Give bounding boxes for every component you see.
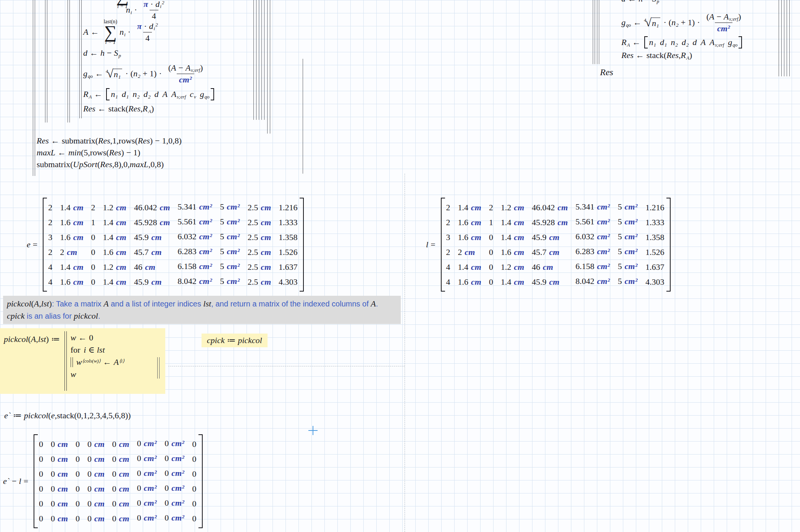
matrix-l-region[interactable]: l= 21.4cm21.2cm46.042cm5.341cm25cm21.216… — [426, 198, 671, 292]
matrix-cell: 1.216 — [279, 200, 298, 215]
matrix-cell: 0cm — [112, 511, 137, 526]
matrix-cell: 5cm2 — [618, 200, 645, 215]
matrix-diff-region[interactable]: e`−l= 00cm00cm0cm0cm20cm2000cm00cm0cm0cm… — [3, 434, 203, 528]
math-operator: · — [128, 27, 131, 37]
matrix-value: 46 — [134, 262, 142, 272]
page-break-vertical — [405, 174, 405, 532]
matrix-unit: cm — [94, 499, 105, 508]
matrix-cell: 1.216 — [645, 200, 665, 215]
matrix-value: 5.341 — [177, 202, 197, 211]
expression-res-stack[interactable]: Res←stack(Res, RA) — [83, 102, 154, 115]
expression-submatrix-upsort[interactable]: submatrix(UpSort(Res, 8), 0, maxL, 0, 8) — [37, 160, 182, 169]
matrix-value: 6.032 — [576, 232, 595, 241]
result-program-region[interactable]: Res←submatrix(Res, 1, rows(Res)−1, 0, 8)… — [37, 136, 182, 169]
vector-item: A — [162, 89, 167, 99]
math-literal: ( — [131, 69, 133, 79]
clipped-d-assignment: d←h−Sp — [621, 0, 659, 5]
crosshair-vertical-line — [313, 426, 313, 435]
math-operator: · — [144, 21, 147, 31]
expression-area-sum[interactable]: A←last(n)∑i = 1ni·π·di24 — [83, 14, 162, 50]
vector-item: d — [154, 89, 158, 99]
matrix-value: 5 — [618, 232, 622, 241]
matrix-value: 5.341 — [576, 202, 595, 211]
expression-res-submatrix[interactable]: Res←submatrix(Res, 1, rows(Res)−1, 0, 8) — [37, 136, 182, 146]
expression-res-stack-right[interactable]: Res←stack(Res, RA) — [621, 49, 692, 62]
matrix-value: 1.333 — [279, 218, 298, 227]
matrix-value: 0 — [112, 514, 116, 523]
math-variable: e` — [4, 411, 11, 421]
math-superscript: 2 — [182, 469, 185, 475]
matrix-unit: cm — [471, 232, 481, 242]
math-literal: 5 — [84, 148, 88, 158]
math-literal: 6 — [115, 411, 119, 421]
expression-gqo-assignment[interactable]: gqo←4√n1·(n2+1)·(A−As;erf)cm2 — [83, 60, 207, 87]
matrix-row: 00cm00cm0cm0cm20cm20 — [39, 466, 197, 481]
matrix-cell: 0 — [192, 466, 197, 481]
cpick-alias-region[interactable]: cpick≔pickcol — [202, 334, 268, 347]
matrix-unit: cm — [94, 454, 105, 464]
matrix-cell: 6.283cm2 — [177, 245, 220, 260]
math-operator: · — [663, 18, 666, 27]
matrix-cell: 0cm2 — [137, 466, 165, 481]
math-superscript: 2 — [635, 277, 638, 283]
page-break-horizontal — [168, 366, 405, 366]
math-variable: d1 — [660, 37, 667, 47]
matrix-unit: cm2 — [144, 483, 157, 493]
math-literal: 1 — [688, 18, 692, 27]
math-operator: ← — [95, 69, 103, 79]
matrix-unit: cm2 — [227, 217, 240, 226]
math-superscript: 2 — [635, 262, 638, 268]
matrix-table: 00cm00cm0cm0cm20cm2000cm00cm0cm0cm20cm20… — [39, 437, 197, 526]
matrix-value: 0 — [51, 469, 55, 479]
matrix-cell: 0 — [76, 437, 87, 451]
matrix-cell: 2 — [48, 245, 60, 260]
matrix-cell: 5.341cm2 — [576, 200, 618, 215]
matrix-value: 5 — [618, 202, 622, 211]
matrix-value: 5.561 — [576, 217, 595, 226]
matrix-row: 41.6cm01.4cm45.9cm8.042cm25cm22.5cm4.303 — [48, 274, 298, 289]
matrix-value: 0 — [165, 453, 169, 463]
matrix-value: 0 — [91, 247, 95, 257]
math-literal: ) — [137, 148, 140, 158]
matrix-value: 0 — [39, 439, 43, 449]
result-echo-region[interactable]: Res — [600, 67, 613, 77]
pickcol-signature: pickcol(A,lst)≔ — [4, 334, 62, 344]
matrix-cell: 0 — [76, 451, 87, 466]
matrix-cell: 0 — [91, 274, 103, 289]
pickcol-definition-region[interactable]: pickcol(A,lst)≔ w←0 fori∈lst w⟨cols(w)⟩←… — [0, 328, 165, 394]
math-variable: lst — [203, 299, 211, 308]
program-bracket — [79, 0, 82, 118]
matrix-value: 0 — [91, 277, 95, 287]
matrix-value: 1.333 — [645, 218, 665, 227]
matrix-e-region[interactable]: e= 21.4cm21.2cm46.042cm5.341cm25cm22.5cm… — [27, 198, 304, 292]
expression-ra-vector[interactable]: RA←n1d1n2d2dAAs;erfcvgqo — [83, 88, 214, 101]
pickcol-description-note[interactable]: pickcol(A,lst): Take a matrix A and a li… — [3, 296, 401, 324]
matrix-row: 31.6cm01.4cm45.9cm6.032cm25cm21.358 — [446, 230, 665, 245]
math-superscript: 2 — [182, 439, 185, 445]
matrix-cell: 0cm — [51, 451, 76, 466]
math-literal: stack — [108, 104, 126, 114]
matrix-row: 21.4cm21.2cm46.042cm5.341cm25cm22.5cm1.2… — [48, 200, 298, 215]
expression-d-assignment[interactable]: d←h−Sp — [83, 47, 121, 59]
matrix-value: 1.6 — [60, 277, 71, 287]
math-variable: Res — [98, 136, 110, 146]
vector-item: As;erf — [171, 89, 186, 99]
matrix-cell: 6.158cm2 — [177, 260, 220, 274]
math-fraction: (A−As;erf)cm2 — [704, 11, 744, 34]
math-variable: w⟨cols(w)⟩ — [76, 357, 101, 367]
math-variable: Res — [37, 136, 49, 146]
math-variable: Sp — [652, 0, 659, 4]
math-operator: + — [681, 18, 685, 27]
expression-ra-vector-right[interactable]: RA←n1d1n2d2dAAs;erfgqo — [621, 36, 742, 49]
matrix-cell: 46cm — [532, 260, 575, 274]
matrix-unit: cm — [116, 247, 126, 257]
matrix-value: 1.637 — [279, 262, 298, 272]
math-variable: pickcol — [7, 299, 31, 308]
expression-gqo-assignment-right[interactable]: gqo←4√n1·(n2+1)·(A−As;erf)cm2 — [621, 10, 745, 35]
program-bracket — [45, 0, 47, 123]
matrix-value: 0 — [112, 454, 116, 464]
matrix-cell: 8.042cm2 — [576, 274, 618, 289]
eprime-definition[interactable]: e`≔pickcol(e, stack(0,1,2,3,4,5,6,8)) — [4, 409, 131, 422]
math-literal: ) — [151, 104, 154, 114]
expression-maxl[interactable]: maxL←min(5, rows(Res)−1) — [37, 148, 182, 158]
